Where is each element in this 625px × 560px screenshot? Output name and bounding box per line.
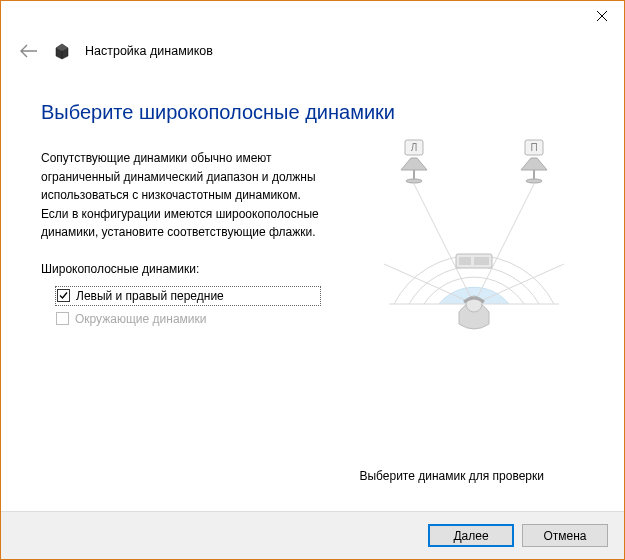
svg-point-17 [526, 179, 542, 183]
wizard-header: Настройка динамиков [1, 31, 624, 71]
content-area: Выберите широкополосные динамики Сопутст… [1, 71, 624, 493]
svg-rect-19 [459, 257, 471, 265]
checkbox-label: Левый и правый передние [76, 289, 224, 303]
speaker-layout-diagram: Л П [359, 134, 589, 344]
svg-point-13 [406, 179, 422, 183]
description-text: Сопутствующие динамики обычно имеют огра… [41, 149, 321, 242]
next-button[interactable]: Далее [428, 524, 514, 547]
speaker-cube-icon [53, 42, 71, 60]
left-speaker-label: Л [411, 142, 418, 153]
close-icon [597, 11, 607, 21]
page-heading: Выберите широкополосные динамики [41, 101, 584, 124]
checkbox-front-speakers[interactable]: Левый и правый передние [55, 286, 321, 306]
svg-marker-15 [521, 158, 547, 170]
close-button[interactable] [579, 1, 624, 31]
listener-icon [459, 296, 489, 329]
section-label: Широкополосные динамики: [41, 262, 321, 276]
checkbox-surround-speakers: Окружающие динамики [55, 310, 321, 328]
footer-bar: Далее Отмена [1, 511, 624, 559]
checkbox-label: Окружающие динамики [75, 312, 206, 326]
back-button[interactable] [19, 41, 39, 61]
checkbox-icon [56, 312, 69, 325]
arrow-left-icon [20, 44, 38, 58]
header-title: Настройка динамиков [85, 44, 213, 58]
right-speaker-label: П [530, 142, 537, 153]
diagram-left-speaker[interactable]: Л [401, 140, 427, 183]
checkbox-icon [57, 289, 70, 302]
diagram-right-speaker[interactable]: П [521, 140, 547, 183]
svg-rect-20 [474, 257, 489, 265]
titlebar [1, 1, 624, 31]
hint-text: Выберите динамик для проверки [41, 469, 584, 483]
cancel-button[interactable]: Отмена [522, 524, 608, 547]
svg-marker-11 [401, 158, 427, 170]
